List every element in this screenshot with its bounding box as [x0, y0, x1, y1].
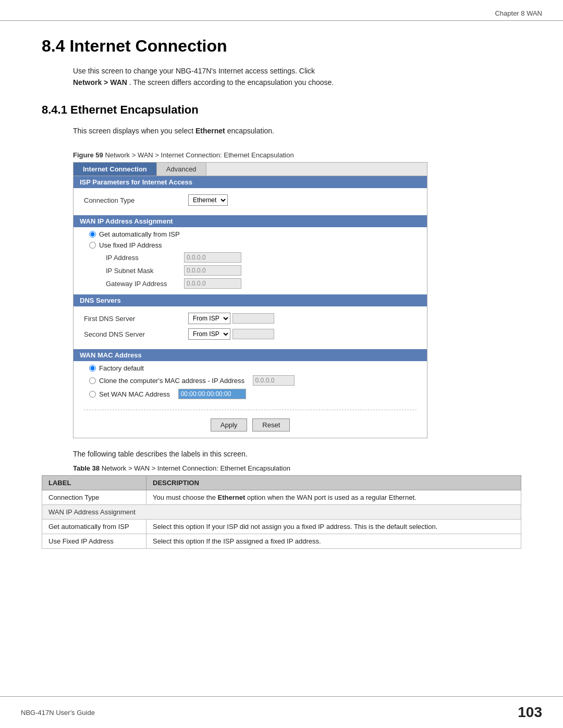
wan-mac-clone-row: Clone the computer's MAC address - IP Ad… — [89, 375, 417, 386]
button-row: Apply Reset — [74, 414, 427, 438]
footer-left: NBG-417N User's Guide — [21, 709, 95, 717]
ip-address-row: IP Address — [106, 252, 417, 263]
row-connection-type-label: Connection Type — [42, 490, 146, 505]
radio-auto-isp-row: Get automatically from ISP — [89, 230, 417, 238]
radio-fixed-ip[interactable] — [89, 242, 96, 249]
gateway-label: Gateway IP Address — [106, 280, 184, 288]
ip-address-label: IP Address — [106, 254, 184, 262]
section-wan-ip-header: WAN IP Address Assignment — [74, 215, 427, 227]
tab-bar: Internet Connection Advanced — [74, 163, 427, 176]
wan-mac-set-row: Set WAN MAC Address — [89, 389, 417, 399]
radio-set-wan-mac[interactable] — [89, 391, 96, 398]
second-dns-controls: From ISP — [188, 328, 274, 340]
second-dns-input[interactable] — [232, 329, 274, 339]
radio-fixed-ip-row: Use fixed IP Address — [89, 241, 417, 249]
first-dns-row: First DNS Server From ISP — [84, 313, 417, 324]
col-label-header: LABEL — [42, 476, 146, 490]
wan-mac-factory-label: Factory default — [99, 364, 144, 372]
chapter-label: Chapter 8 WAN — [495, 9, 542, 17]
row-connection-type-desc: You must choose the Ethernet option when… — [146, 490, 521, 505]
subsection-title: 8.4.1 Ethernet Encapsulation — [42, 103, 521, 117]
table-row: Connection Type You must choose the Ethe… — [42, 490, 521, 505]
section-isp-header: ISP Parameters for Internet Access — [74, 176, 427, 188]
intro-text: Use this screen to change your NBG-417N'… — [73, 65, 521, 89]
section-isp-body: Connection Type Ethernet — [74, 188, 427, 215]
gateway-input[interactable] — [184, 278, 241, 289]
tab-advanced[interactable]: Advanced — [157, 163, 206, 176]
wan-mac-factory-row: Factory default — [89, 364, 417, 372]
ip-subnet-input[interactable] — [184, 265, 241, 276]
first-dns-controls: From ISP — [188, 313, 274, 324]
figure-label: Figure 59 Network > WAN > Internet Conne… — [73, 151, 521, 159]
radio-auto-isp[interactable] — [89, 231, 96, 238]
col-desc-header: DESCRIPTION — [146, 476, 521, 490]
connection-type-control: Ethernet — [188, 194, 228, 206]
table-row: Use Fixed IP Address Select this option … — [42, 534, 521, 549]
section-dns-body: First DNS Server From ISP Second DNS Ser… — [74, 306, 427, 349]
intro-bold: Network > WAN — [73, 78, 127, 87]
ip-subnet-label: IP Subnet Mask — [106, 267, 184, 275]
radio-auto-isp-label: Get automatically from ISP — [99, 230, 180, 238]
table-label-text: Table 38 — [73, 464, 100, 472]
sub-intro-end: encapsulation. — [225, 127, 274, 135]
sub-intro: This screen displays when you select Eth… — [73, 125, 521, 137]
row-get-auto-label: Get automatically from ISP — [42, 520, 146, 534]
wan-mac-set-label: Set WAN MAC Address — [99, 390, 170, 398]
main-content: 8.4 Internet Connection Use this screen … — [0, 21, 563, 570]
intro-line1: Use this screen to change your NBG-417N'… — [73, 67, 315, 75]
figure-number: Figure 59 — [73, 151, 103, 159]
intro-rest: . The screen differs according to the en… — [129, 78, 334, 87]
apply-button[interactable]: Apply — [211, 418, 248, 431]
wan-mac-input[interactable] — [178, 389, 246, 399]
row-fixed-ip-label: Use Fixed IP Address — [42, 534, 146, 549]
row-get-auto-desc: Select this option If your ISP did not a… — [146, 520, 521, 534]
tab-internet-connection[interactable]: Internet Connection — [74, 163, 157, 176]
ip-address-input[interactable] — [184, 252, 241, 263]
radio-fixed-ip-label: Use fixed IP Address — [99, 241, 162, 249]
connection-type-label: Connection Type — [84, 196, 188, 204]
connection-type-row: Connection Type Ethernet — [84, 194, 417, 206]
second-dns-label: Second DNS Server — [84, 330, 188, 338]
ui-panel: Internet Connection Advanced ISP Paramet… — [73, 162, 427, 438]
table-row: Get automatically from ISP Select this o… — [42, 520, 521, 534]
row-wan-ip-span: WAN IP Address Assignment — [42, 505, 521, 520]
first-dns-input[interactable] — [232, 313, 274, 324]
body-text: The following table describes the labels… — [73, 450, 521, 458]
gateway-row: Gateway IP Address — [106, 278, 417, 289]
section-wan-mac-header: WAN MAC Address — [74, 349, 427, 361]
figure-caption: Network > WAN > Internet Connection: Eth… — [103, 151, 294, 159]
first-dns-label: First DNS Server — [84, 315, 188, 323]
page-footer: NBG-417N User's Guide 103 — [0, 696, 563, 728]
ip-subnet-row: IP Subnet Mask — [106, 265, 417, 276]
reset-button[interactable]: Reset — [252, 418, 290, 431]
section-dns-header: DNS Servers — [74, 294, 427, 306]
table-caption: Table 38 Network > WAN > Internet Connec… — [73, 464, 521, 472]
radio-clone-mac[interactable] — [89, 377, 96, 384]
page-title: 8.4 Internet Connection — [42, 36, 521, 56]
divider — [84, 410, 417, 410]
page-header: Chapter 8 WAN — [0, 0, 563, 21]
first-dns-select[interactable]: From ISP — [188, 313, 230, 324]
connection-type-select[interactable]: Ethernet — [188, 194, 228, 206]
wan-mac-clone-label: Clone the computer's MAC address - IP Ad… — [99, 377, 244, 385]
radio-factory-default[interactable] — [89, 365, 96, 372]
row-fixed-ip-desc: Select this option If the ISP assigned a… — [146, 534, 521, 549]
clone-mac-ip-input[interactable] — [253, 375, 295, 386]
wan-mac-radio-group: Factory default Clone the computer's MAC… — [74, 361, 427, 405]
wan-ip-radio-group: Get automatically from ISP Use fixed IP … — [74, 227, 427, 294]
sub-intro-bold: Ethernet — [195, 127, 225, 135]
second-dns-select[interactable]: From ISP — [188, 328, 230, 340]
table-row: WAN IP Address Assignment — [42, 505, 521, 520]
table-caption-text: Network > WAN > Internet Connection: Eth… — [100, 464, 290, 472]
page-number: 103 — [518, 704, 542, 721]
description-table: LABEL DESCRIPTION Connection Type You mu… — [42, 475, 521, 549]
sub-intro-text: This screen displays when you select — [73, 127, 195, 135]
second-dns-row: Second DNS Server From ISP — [84, 328, 417, 340]
